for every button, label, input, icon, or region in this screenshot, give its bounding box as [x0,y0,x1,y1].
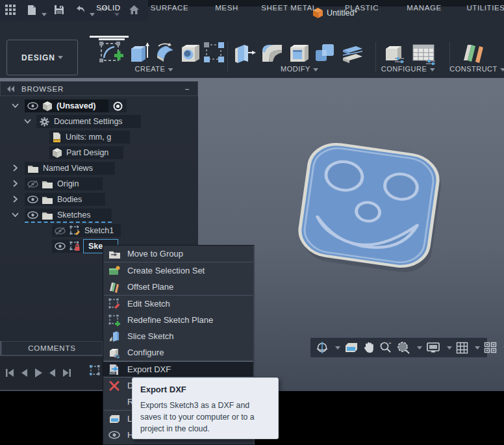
configure-button[interactable] [382,41,407,66]
home-icon[interactable] [129,5,140,15]
look-at-icon[interactable] [344,342,359,353]
create-sketch-button[interactable] [99,41,125,66]
zoom-window-caret[interactable] [417,346,422,350]
folder-icon [42,211,53,220]
tree-row-origin[interactable]: Origin [0,177,198,192]
grid-settings-icon[interactable] [456,342,468,354]
part-design-label[interactable]: Part Design [62,148,113,157]
viewports-icon[interactable] [484,342,497,353]
tab-manage[interactable]: MANAGE [407,4,441,12]
visibility-eye-icon[interactable] [27,196,38,203]
activate-component-radio[interactable] [108,99,127,112]
save-icon[interactable] [54,5,64,15]
origin-label[interactable]: Origin [53,179,83,188]
zoom-window-icon[interactable] [396,341,410,354]
tree-row-units[interactable]: Units: mm, g [0,130,198,146]
titlebar-dark-strip [148,0,504,6]
tab-utilities[interactable]: UTILITIES [466,4,504,12]
tree-row-part-design[interactable]: Part Design [0,146,198,161]
root-component-label[interactable]: (Unsaved) [52,101,100,110]
tab-plastic[interactable]: PLASTIC [345,4,379,12]
orbit-icon[interactable] [316,341,329,354]
timeline-sketch-feature-icon[interactable] [88,364,101,378]
document-settings-label[interactable]: Document Settings [49,117,127,126]
menu-item-offset-plane[interactable]: Offset Plane [103,279,253,295]
chevron-down-icon[interactable] [24,118,31,123]
file-menu-caret[interactable] [39,8,47,20]
undo-icon[interactable] [74,5,86,14]
step-back-icon[interactable] [20,368,28,377]
app-grid-menu-icon[interactable] [5,5,16,16]
pattern-button[interactable] [203,41,226,66]
svg-text:DXF: DXF [110,372,116,375]
chevron-right-icon[interactable] [12,196,18,203]
visibility-off-eye-icon[interactable] [27,180,38,188]
visibility-off-eye-icon[interactable] [55,227,66,235]
combine-button[interactable] [313,41,338,66]
bodies-label[interactable]: Bodies [53,195,86,204]
fillet-button[interactable] [260,41,286,66]
skip-to-end-icon[interactable] [62,368,71,377]
menu-item-slice-sketch[interactable]: Slice Sketch [103,328,253,344]
chevron-down-icon[interactable] [12,212,19,217]
orbit-caret[interactable] [335,346,340,350]
menu-item-redefine-sketch-plane[interactable]: Redefine Sketch Plane [103,312,253,328]
display-settings-caret[interactable] [447,346,452,350]
browser-title: BROWSER [21,85,64,93]
configuration-table-button[interactable] [410,41,436,66]
construct-group-label[interactable]: CONSTRUCT [449,65,504,73]
configure-group-label[interactable]: CONFIGURE [381,65,435,73]
skip-to-start-icon[interactable] [5,368,14,377]
zoom-icon[interactable]: +- [379,341,392,354]
menu-item-configure[interactable]: Configure [103,344,253,361]
visibility-eye-icon[interactable] [27,211,38,219]
menu-item-export-dxf[interactable]: DXF Export DXF [103,361,253,377]
hole-button[interactable] [179,41,203,66]
svg-text:+: + [388,341,392,346]
chevron-right-icon[interactable] [12,164,18,172]
play-icon[interactable] [34,368,43,378]
tree-row-root[interactable]: (Unsaved) [0,99,198,114]
shell-button[interactable] [287,41,312,66]
part-cube-icon [53,148,62,158]
browser-minimize-button[interactable]: – [185,85,190,93]
display-settings-icon[interactable] [426,342,440,353]
split-body-button[interactable] [339,41,365,66]
menu-item-move-to-group[interactable]: Move to Group [103,246,253,262]
revolve-button[interactable] [153,41,178,66]
tab-surface[interactable]: SURFACE [151,4,189,12]
design-workspace-selector[interactable]: DESIGN [6,40,78,75]
tree-row-bodies[interactable]: Bodies [0,192,198,208]
grid-settings-caret[interactable] [475,346,480,350]
step-forward-icon[interactable] [49,368,57,377]
sketch1-label[interactable]: Sketch1 [80,226,118,235]
create-group-label[interactable]: CREATE [135,65,173,73]
menu-item-create-selection-set[interactable]: Create Selection Set [103,262,253,279]
model-smiley-sketch[interactable] [286,136,455,276]
visibility-eye-icon[interactable] [27,102,38,110]
visibility-eye-icon[interactable] [55,242,66,250]
file-menu-icon[interactable] [27,5,36,16]
tab-mesh[interactable]: MESH [215,4,238,12]
menu-item-edit-sketch[interactable]: Edit Sketch [103,296,253,312]
tree-row-sketch1[interactable]: Sketch1 [0,223,198,239]
sketches-label[interactable]: Sketches [53,210,95,220]
units-label[interactable]: Units: mm, g [61,133,116,142]
extrude-button[interactable] [127,41,152,66]
chevron-right-icon[interactable] [12,180,18,187]
comments-panel-header[interactable]: COMMENTS [1,341,103,355]
undo-caret[interactable] [87,8,95,20]
tree-row-sketches[interactable]: Sketches [0,208,198,223]
tab-sheet-metal[interactable]: SHEET METAL [261,4,316,12]
press-pull-button[interactable] [233,41,257,66]
tree-row-document-settings[interactable]: Document Settings [0,114,198,130]
tab-solid[interactable]: SOLID [96,4,121,12]
pan-icon[interactable] [362,341,375,354]
chevron-down-icon[interactable] [12,103,19,108]
construct-plane-button[interactable] [460,41,486,66]
modify-group-label[interactable]: MODIFY [281,65,318,73]
browser-collapse-icon[interactable] [7,86,15,92]
folder-icon [28,164,38,173]
named-views-label[interactable]: Named Views [38,164,97,173]
tree-row-named-views[interactable]: Named Views [0,161,198,177]
